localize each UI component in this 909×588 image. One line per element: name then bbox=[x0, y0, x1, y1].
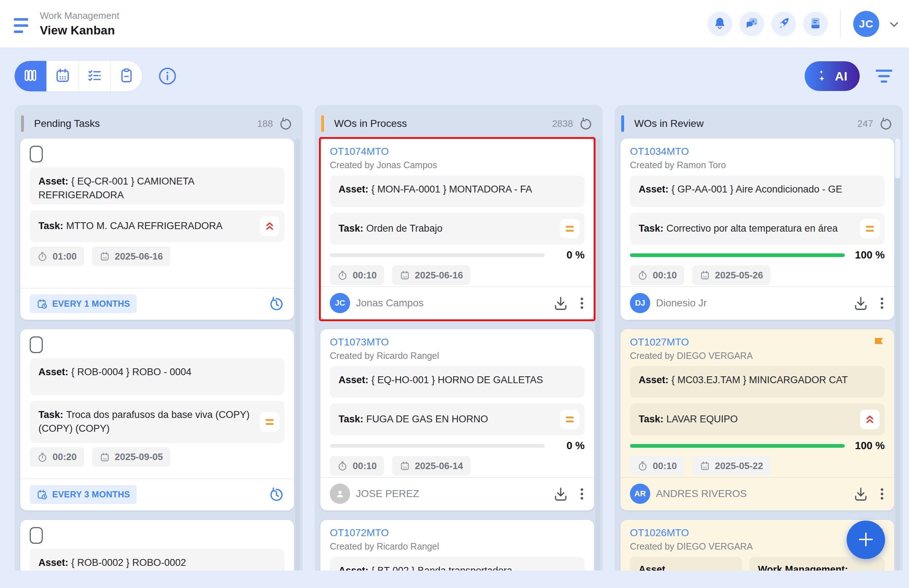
meta-pills: 00:10 2025-05-26 bbox=[630, 265, 885, 285]
clipboard-icon bbox=[118, 67, 135, 85]
task-checkbox[interactable] bbox=[30, 527, 43, 544]
task-checkbox[interactable] bbox=[30, 336, 43, 353]
ai-button-label: AI bbox=[835, 69, 848, 83]
workorder-id-link[interactable]: OT1074MTO bbox=[330, 146, 389, 157]
stopwatch-icon bbox=[637, 460, 648, 471]
column-header: WOs in Review 247 bbox=[615, 105, 903, 137]
column-scrollbar[interactable] bbox=[595, 139, 600, 570]
tab-calendar-view[interactable] bbox=[47, 61, 78, 91]
task-card[interactable]: Asset:{ ROB-0004 } ROBO - 0004 Task:Troc… bbox=[20, 329, 294, 510]
add-button[interactable] bbox=[847, 520, 885, 559]
task-value: MTTO M. CAJA REFRIGERADORA bbox=[66, 220, 223, 231]
duration-value: 00:10 bbox=[353, 270, 377, 281]
column-scrollbar[interactable] bbox=[895, 139, 900, 570]
download-icon[interactable] bbox=[552, 295, 569, 312]
progress-track bbox=[330, 254, 545, 257]
download-icon[interactable] bbox=[852, 295, 869, 312]
workorder-id-link[interactable]: OT1027MTO bbox=[630, 336, 689, 348]
task-field: Task:MTTO M. CAJA REFRIGERADORA bbox=[30, 210, 284, 242]
progress-fill bbox=[630, 254, 845, 257]
progress-track bbox=[630, 254, 845, 257]
progress: 0 % bbox=[330, 249, 584, 261]
tab-kanban-view[interactable] bbox=[15, 61, 47, 91]
sparkles-icon bbox=[817, 69, 828, 84]
workorder-id-link[interactable]: OT1026MTO bbox=[630, 527, 689, 539]
task-label: Task: bbox=[639, 414, 664, 425]
workorder-card[interactable]: OT1072MTO Created by Ricardo Rangel Asse… bbox=[320, 520, 594, 570]
download-icon[interactable] bbox=[552, 485, 569, 502]
workorder-card[interactable]: OT1074MTO Created by Jonas Campos Asset:… bbox=[320, 139, 594, 320]
history-icon[interactable] bbox=[268, 296, 284, 312]
filter-button[interactable] bbox=[873, 68, 894, 85]
more-options-icon[interactable] bbox=[579, 487, 584, 501]
priority-medium-icon bbox=[560, 410, 580, 429]
more-options-icon[interactable] bbox=[879, 296, 885, 310]
progress-label: 100 % bbox=[854, 249, 885, 261]
card-actions bbox=[852, 485, 885, 502]
rocket-button[interactable] bbox=[771, 11, 796, 36]
kanban-icon bbox=[22, 67, 39, 85]
asset-field: Asset:{ ROB-0002 } ROBO-0002 bbox=[30, 549, 284, 570]
download-icon[interactable] bbox=[852, 485, 869, 502]
workorder-id-link[interactable]: OT1072MTO bbox=[330, 527, 389, 539]
progress-fill bbox=[630, 444, 845, 448]
ai-chat-button[interactable] bbox=[739, 11, 764, 36]
notifications-button[interactable] bbox=[707, 11, 732, 36]
task-field: Task:FUGA DE GAS EN HORNO bbox=[330, 404, 584, 435]
docs-button[interactable] bbox=[803, 11, 828, 36]
task-card[interactable]: Asset:{ ROB-0002 } ROBO-0002 bbox=[20, 520, 294, 570]
recurrence-pill[interactable]: EVERY 1 MONTHS bbox=[30, 294, 137, 313]
highlighted-card-outline: OT1074MTO Created by Jonas Campos Asset:… bbox=[320, 139, 594, 320]
history-icon[interactable] bbox=[268, 486, 284, 502]
info-button[interactable] bbox=[157, 66, 178, 86]
column-header: Pending Tasks 188 bbox=[15, 105, 303, 137]
kanban-board: Pending Tasks 188 Asset:{ EQ-CR-001 } CA… bbox=[0, 105, 909, 570]
created-by: Created by Ricardo Rangel bbox=[330, 541, 584, 552]
workorder-id-link[interactable]: OT1034MTO bbox=[630, 146, 689, 157]
workorder-id-link[interactable]: OT1073MTO bbox=[330, 336, 389, 348]
hamburger-menu-icon[interactable] bbox=[14, 15, 29, 33]
tab-workorder-view[interactable] bbox=[110, 61, 142, 91]
user-avatar[interactable]: JC bbox=[853, 11, 879, 37]
date-pill: 2025-05-26 bbox=[692, 265, 770, 285]
asset-value: { ROB-0004 } ROBO - 0004 bbox=[71, 367, 192, 377]
recurrence-pill[interactable]: EVERY 3 MONTHS bbox=[30, 485, 137, 504]
assignee-avatar bbox=[330, 484, 350, 504]
column-scrollbar[interactable] bbox=[295, 139, 300, 570]
asset-value: { ROB-0002 } ROBO-0002 bbox=[71, 557, 186, 568]
breadcrumb: Work Management bbox=[40, 10, 119, 21]
column-title: WOs in Process bbox=[334, 118, 407, 129]
workorder-card[interactable]: OT1034MTO Created by Ramon Toro Asset:{ … bbox=[620, 139, 894, 320]
more-options-icon[interactable] bbox=[879, 487, 885, 501]
column-scrollbar-thumb[interactable] bbox=[895, 139, 900, 178]
card-footer: EVERY 3 MONTHS bbox=[20, 478, 294, 510]
view-switcher bbox=[15, 61, 142, 91]
refresh-column-button[interactable] bbox=[879, 117, 893, 131]
calendar-icon bbox=[699, 460, 710, 471]
chevron-down-icon[interactable] bbox=[890, 18, 898, 27]
task-checkbox[interactable] bbox=[30, 146, 43, 162]
progress-label: 0 % bbox=[554, 440, 584, 452]
workorder-card[interactable]: OT1073MTO Created by Ricardo Rangel Asse… bbox=[320, 329, 594, 510]
column-count: 188 bbox=[257, 118, 273, 129]
task-card[interactable]: Asset:{ EQ-CR-001 } CAMIONETA REFRIGERAD… bbox=[20, 139, 294, 320]
refresh-column-button[interactable] bbox=[279, 117, 292, 131]
bell-icon bbox=[713, 16, 727, 32]
tab-list-view[interactable] bbox=[78, 61, 110, 91]
workorder-card-flagged[interactable]: OT1027MTO Created by DIEGO VERGARA Asset… bbox=[620, 329, 894, 510]
duration-pill: 00:10 bbox=[330, 265, 384, 285]
stopwatch-icon bbox=[37, 251, 48, 262]
app-header: Work Management View Kanban bbox=[0, 0, 909, 47]
date-pill: 2025-06-14 bbox=[392, 456, 470, 476]
task-value: Troca dos parafusos da base viva (COPY) … bbox=[39, 409, 250, 434]
asset-field: Asset:{ MC03.EJ.TAM } MINICARGADOR CAT bbox=[630, 366, 885, 398]
asset-label: Asset: bbox=[39, 367, 68, 377]
checklist-icon bbox=[86, 67, 103, 85]
task-label: Task: bbox=[339, 223, 363, 234]
refresh-column-button[interactable] bbox=[579, 117, 593, 131]
date-value: 2025-06-16 bbox=[415, 270, 463, 281]
ai-button[interactable]: AI bbox=[805, 61, 860, 91]
duration-pill: 00:10 bbox=[330, 456, 384, 476]
asset-field: Asset:{ EQ-HO-001 } HORNO DE GALLETAS bbox=[330, 366, 584, 398]
more-options-icon[interactable] bbox=[579, 296, 584, 310]
